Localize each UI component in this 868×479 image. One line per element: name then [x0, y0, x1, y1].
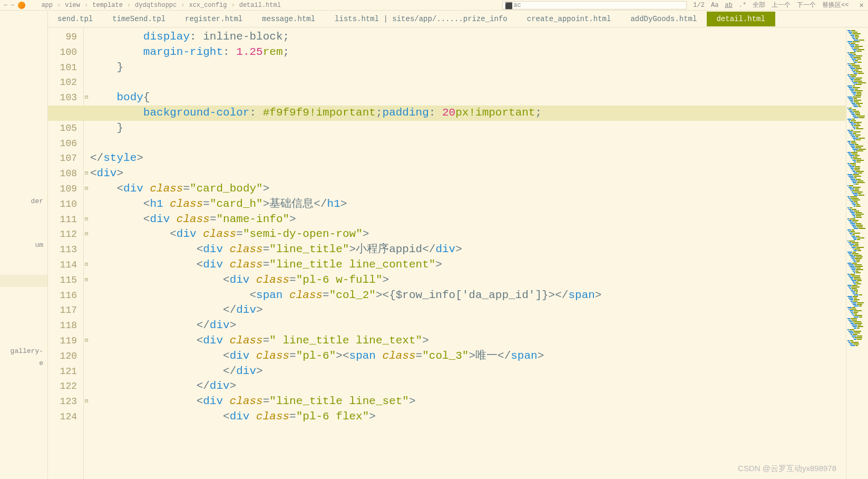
fold-marker[interactable]: [84, 121, 89, 136]
code-line[interactable]: }: [90, 60, 846, 75]
line-number[interactable]: 106: [48, 136, 77, 151]
breadcrumb-item[interactable]: dydqtshoppc: [135, 2, 177, 9]
fold-marker[interactable]: [84, 136, 89, 151]
code-line[interactable]: background-color: #f9f9f9!important;padd…: [90, 106, 846, 121]
fold-marker[interactable]: [84, 364, 89, 379]
code-line[interactable]: margin-right: 1.25rem;: [90, 45, 846, 60]
line-number[interactable]: 119: [48, 333, 77, 349]
code-line[interactable]: <div>: [90, 166, 846, 181]
line-number[interactable]: 107: [48, 151, 77, 166]
search-all[interactable]: 全部: [753, 1, 765, 9]
code-line[interactable]: <div class="line_title">小程序appid</div>: [90, 242, 846, 257]
line-number[interactable]: 108: [48, 166, 77, 181]
search-word[interactable]: ab: [725, 2, 732, 9]
sidebar-item[interactable]: -gallery: [0, 345, 47, 357]
breadcrumb-item[interactable]: template: [92, 2, 123, 9]
code-line[interactable]: <h1 class="card_h">基础信息</h1>: [90, 197, 846, 212]
code-line[interactable]: <span class="col_2"><{$row_info['da_app_…: [90, 288, 846, 303]
code-line[interactable]: <div class="pl-6 w-full">: [90, 273, 846, 288]
code-line[interactable]: <div class="card_body">: [90, 181, 846, 197]
code-line[interactable]: </div>: [90, 364, 846, 379]
line-number[interactable]: 113: [48, 242, 77, 257]
fold-marker[interactable]: [84, 288, 89, 303]
fold-marker[interactable]: ⊟: [84, 333, 89, 349]
fold-marker[interactable]: [84, 379, 89, 394]
fold-marker[interactable]: ⊟: [84, 394, 89, 409]
line-number[interactable]: 115: [48, 273, 77, 288]
code-line[interactable]: </div>: [90, 318, 846, 333]
line-number[interactable]: 99: [48, 30, 77, 45]
breadcrumb-item[interactable]: detail.html: [239, 2, 281, 9]
tab-lists-html-sites-app-prize-info[interactable]: lists.html | sites/app/......prize_info: [325, 12, 518, 26]
search-regex[interactable]: .*: [739, 2, 746, 9]
code-line[interactable]: <div class="line_title line_content">: [90, 257, 846, 273]
breadcrumb-item[interactable]: app: [41, 2, 53, 9]
line-number[interactable]: 114: [48, 257, 77, 273]
code-line[interactable]: [90, 75, 846, 90]
code-line[interactable]: <div class="pl-6"><span class="col_3">唯一…: [90, 349, 846, 364]
fold-marker[interactable]: [84, 30, 89, 45]
search-prev[interactable]: 上一个: [772, 1, 791, 9]
minimap[interactable]: [846, 27, 868, 479]
line-number[interactable]: 123: [48, 394, 77, 409]
sidebar-item[interactable]: e: [0, 357, 47, 369]
sidebar-item[interactable]: [0, 275, 47, 287]
search-next[interactable]: 下一个: [797, 1, 816, 9]
tab-message-html[interactable]: message.html: [252, 12, 325, 26]
fold-marker[interactable]: ⊟: [84, 257, 89, 273]
line-gutter[interactable]: 9910010110210310410510610710810911011111…: [48, 27, 84, 479]
file-sidebar[interactable]: der um -gallery e: [0, 11, 48, 479]
line-number[interactable]: 112: [48, 227, 77, 242]
line-number[interactable]: 118: [48, 318, 77, 333]
line-number[interactable]: 110: [48, 197, 77, 212]
fold-marker[interactable]: [84, 409, 89, 425]
fold-marker[interactable]: ⊟: [84, 166, 89, 181]
nav-back-icon[interactable]: ←: [4, 2, 8, 9]
fold-marker[interactable]: ⊟: [84, 273, 89, 288]
fold-column[interactable]: ⊟⊟⊟⊟⊟⊟⊟⊟⊟: [84, 27, 89, 479]
line-number[interactable]: 103: [48, 90, 77, 106]
fold-marker[interactable]: [84, 60, 89, 75]
line-number[interactable]: 109: [48, 181, 77, 197]
search-input[interactable]: ⬛ ac: [502, 1, 687, 9]
tab-adddygoods-html[interactable]: addDyGoods.html: [621, 12, 707, 26]
line-number[interactable]: 100: [48, 45, 77, 60]
fold-marker[interactable]: [84, 151, 89, 166]
fold-marker[interactable]: ⊟: [84, 181, 89, 197]
line-number[interactable]: 122: [48, 379, 77, 394]
code-line[interactable]: [90, 136, 846, 151]
search-select[interactable]: 替换区<<: [822, 1, 849, 9]
fold-marker[interactable]: ⊟: [84, 90, 89, 106]
tab-send-tpl[interactable]: send.tpl: [48, 12, 103, 26]
search-case[interactable]: Aa: [711, 2, 718, 9]
tab-register-html[interactable]: register.html: [175, 12, 252, 26]
line-number[interactable]: 116: [48, 288, 77, 303]
close-icon[interactable]: ✕: [860, 1, 864, 9]
code-content[interactable]: display: inline-block; margin-right: 1.2…: [89, 27, 846, 479]
sidebar-item[interactable]: um: [0, 239, 47, 251]
tab-create-appoint-html[interactable]: create_appoint.html: [518, 12, 621, 26]
code-line[interactable]: </div>: [90, 303, 846, 318]
line-number[interactable]: 101: [48, 60, 77, 75]
code-line[interactable]: </div>: [90, 379, 846, 394]
code-line[interactable]: }: [90, 121, 846, 136]
nav-fwd-icon[interactable]: →: [10, 2, 14, 9]
code-line[interactable]: body{: [90, 90, 846, 106]
code-line[interactable]: <div class=" line_title line_text">: [90, 333, 846, 349]
code-line[interactable]: <div class="line_title line_set">: [90, 394, 846, 409]
breadcrumb-item[interactable]: view: [65, 2, 80, 9]
sidebar-item[interactable]: der: [0, 195, 47, 207]
code-line[interactable]: <div class="pl-6 flex">: [90, 409, 846, 425]
fold-marker[interactable]: [84, 197, 89, 212]
fold-marker[interactable]: [84, 242, 89, 257]
fold-marker[interactable]: [84, 349, 89, 364]
code-line[interactable]: </style>: [90, 151, 846, 166]
line-number[interactable]: 111: [48, 212, 77, 227]
fold-marker[interactable]: [84, 318, 89, 333]
line-number[interactable]: 121: [48, 364, 77, 379]
code-line[interactable]: <div class="semi-dy-open-row">: [90, 227, 846, 242]
line-number[interactable]: 117: [48, 303, 77, 318]
breadcrumb-item[interactable]: xcx_config: [189, 2, 227, 9]
line-number[interactable]: 120: [48, 349, 77, 364]
line-number[interactable]: 102: [48, 75, 77, 90]
